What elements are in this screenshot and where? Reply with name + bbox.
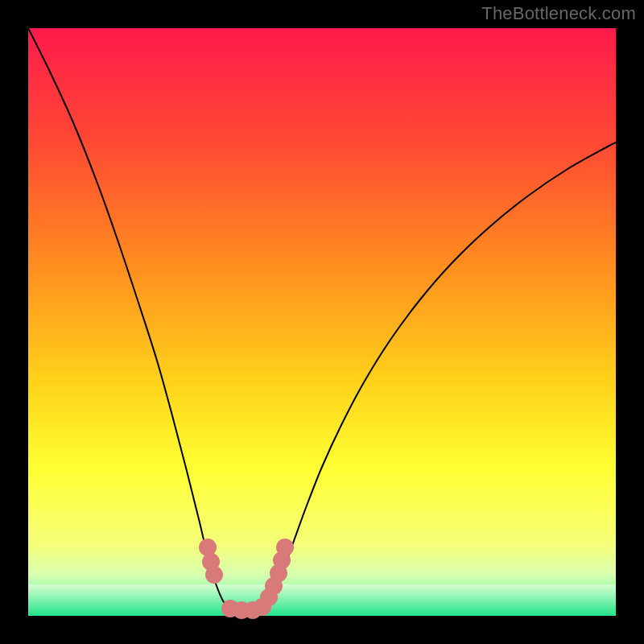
plot-background <box>28 28 616 616</box>
chart-frame: TheBottleneck.com <box>0 0 644 644</box>
marker-left <box>205 566 223 584</box>
green-band <box>28 584 616 616</box>
marker-bottom <box>254 598 271 616</box>
bottleneck-chart <box>0 0 644 644</box>
watermark-text: TheBottleneck.com <box>481 3 636 24</box>
